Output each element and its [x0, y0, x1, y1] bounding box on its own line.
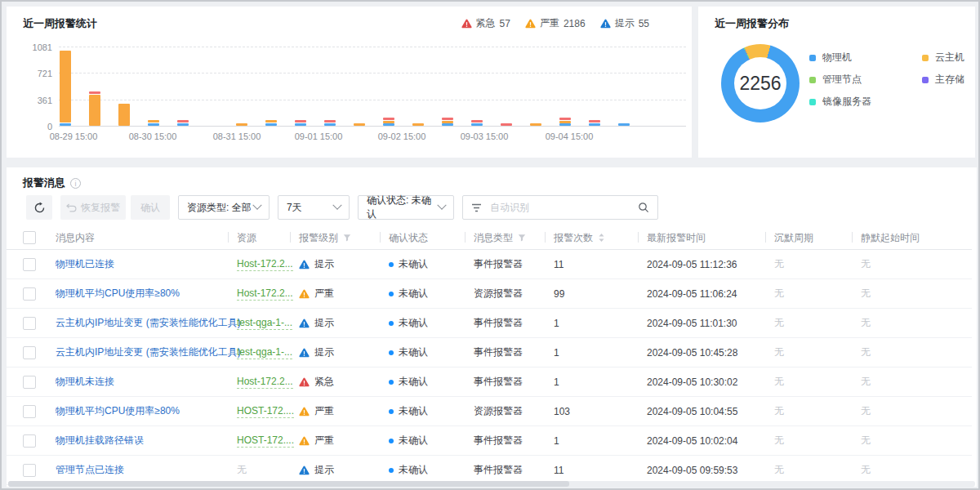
- row-checkbox[interactable]: [23, 346, 36, 359]
- table-body: 物理机已连接Host-172.2...提示未确认事件报警器112024-09-0…: [7, 250, 972, 485]
- status-dot: [389, 409, 394, 414]
- cell-resource: 无: [237, 463, 299, 477]
- select-all-checkbox[interactable]: [23, 231, 36, 244]
- legend-item-提示[interactable]: 提示55: [600, 16, 649, 30]
- message-link[interactable]: 云主机内IP地址变更 (需安装性能优化工具): [56, 345, 241, 359]
- table-row: 物理机挂载路径错误HOST-172....严重未确认事件报警器12024-09-…: [7, 426, 972, 456]
- horizontal-scrollbar-thumb[interactable]: [8, 481, 569, 487]
- bar-segment: [295, 123, 306, 126]
- cell-count: 1: [554, 435, 647, 447]
- bar-group: [60, 51, 71, 126]
- message-link[interactable]: 物理机挂载路径错误: [56, 434, 144, 448]
- restore-alarm-button[interactable]: 恢复报警: [60, 195, 126, 220]
- cell-silence: 无: [774, 434, 861, 448]
- silence_start-value: 无: [861, 434, 871, 448]
- message-link[interactable]: 物理机未连接: [56, 375, 114, 389]
- panel-title-alarm-statistics: 近一周报警统计: [23, 16, 97, 31]
- cell-level: 严重: [299, 404, 389, 418]
- panel-alarm-distribution: 近一周报警分布 2256 物理机管理节点镜像服务器云主机主存储: [698, 7, 975, 158]
- column-header-count[interactable]: 报警次数: [554, 231, 647, 245]
- legend-item-云主机[interactable]: 云主机: [922, 51, 964, 65]
- time-range-select[interactable]: 7天: [278, 195, 350, 220]
- count-value: 1: [554, 347, 559, 359]
- legend-count: 55: [639, 18, 649, 29]
- time-value: 2024-09-05 10:04:55: [647, 406, 737, 417]
- resource-link[interactable]: Host-172.2...: [237, 258, 293, 271]
- legend-item-紧急[interactable]: 紧急57: [461, 16, 510, 30]
- filter-funnel-icon[interactable]: [343, 234, 351, 242]
- resource-link[interactable]: Host-172.2...: [237, 376, 293, 389]
- legend-item-管理节点[interactable]: 管理节点: [809, 73, 871, 87]
- type-value: 事件报警器: [474, 257, 523, 271]
- search-input[interactable]: [488, 201, 631, 214]
- status-dot: [389, 439, 394, 443]
- row-checkbox[interactable]: [23, 376, 36, 389]
- warning-triangle-icon: [525, 19, 536, 29]
- row-checkbox[interactable]: [23, 258, 36, 271]
- resource-type-select[interactable]: 资源类型: 全部: [178, 195, 270, 220]
- resource-link[interactable]: test-qga-1-...: [237, 317, 292, 330]
- bar-group: [148, 120, 159, 126]
- filter-funnel-icon[interactable]: [518, 234, 526, 242]
- cell-count: 1: [554, 347, 647, 359]
- checkbox-cell: [23, 258, 56, 271]
- warning-triangle-icon: [299, 407, 310, 416]
- bar-group: [177, 120, 189, 126]
- message-link[interactable]: 物理机平均CPU使用率≥80%: [56, 287, 180, 301]
- confirm-button[interactable]: 确认: [131, 195, 170, 220]
- level-label: 提示: [314, 316, 334, 330]
- message-link[interactable]: 云主机内IP地址变更 (需安装性能优化工具): [56, 316, 241, 330]
- bar-segment: [354, 123, 365, 126]
- row-checkbox[interactable]: [23, 317, 36, 330]
- row-checkbox[interactable]: [23, 464, 36, 477]
- resource-link[interactable]: HOST-172....: [237, 434, 294, 448]
- cell-ack: 未确认: [389, 345, 474, 359]
- silence_start-value: 无: [861, 463, 871, 477]
- search-icon[interactable]: [638, 202, 649, 213]
- resource-link[interactable]: Host-172.2...: [237, 287, 293, 301]
- legend-item-物理机[interactable]: 物理机: [809, 51, 871, 65]
- row-checkbox[interactable]: [23, 434, 36, 448]
- legend-item-严重[interactable]: 严重2186: [525, 16, 586, 30]
- refresh-button[interactable]: [26, 195, 52, 220]
- column-header-level[interactable]: 报警级别: [299, 231, 389, 245]
- monitoring-dashboard: 近一周报警统计 紧急57严重2186提示55 0361721108108-29 …: [0, 0, 980, 490]
- cell-type: 资源报警器: [474, 404, 554, 418]
- y-axis-tick-label: 1081: [11, 42, 52, 52]
- message-link[interactable]: 管理节点已连接: [56, 463, 124, 477]
- info-icon[interactable]: i: [70, 178, 81, 189]
- resource-link[interactable]: test-qga-1-...: [237, 346, 292, 359]
- bar-segment: [324, 120, 336, 122]
- row-checkbox[interactable]: [23, 405, 36, 418]
- cell-silence: 无: [774, 287, 861, 301]
- cell-silence_start: 无: [861, 316, 980, 330]
- row-checkbox[interactable]: [23, 287, 36, 301]
- legend-item-主存储[interactable]: 主存储: [922, 73, 964, 87]
- horizontal-scrollbar[interactable]: [8, 481, 975, 487]
- cell-message: 物理机平均CPU使用率≥80%: [56, 404, 237, 418]
- resource-link[interactable]: HOST-172....: [237, 405, 294, 418]
- message-link[interactable]: 物理机平均CPU使用率≥80%: [56, 404, 180, 418]
- x-axis-tick-label: 09-01 15:00: [284, 131, 353, 141]
- resource-empty: 无: [237, 463, 247, 477]
- search-box[interactable]: [462, 195, 658, 220]
- sort-icon[interactable]: [598, 233, 605, 243]
- ack-label: 未确认: [399, 375, 428, 389]
- chevron-down-icon: [437, 201, 446, 210]
- cell-level: 提示: [299, 345, 389, 359]
- ack-status-select[interactable]: 确认状态: 未确认: [358, 195, 454, 220]
- x-axis-tick-label: 08-29 15:00: [39, 131, 108, 141]
- column-label: 消息内容: [56, 231, 95, 245]
- legend-item-镜像服务器[interactable]: 镜像服务器: [809, 95, 871, 109]
- message-link[interactable]: 物理机已连接: [56, 257, 114, 271]
- warning-triangle-icon: [299, 377, 310, 387]
- bar-group: [354, 123, 365, 126]
- checkbox-cell: [23, 287, 56, 301]
- column-header-type[interactable]: 消息类型: [474, 231, 554, 245]
- cell-time: 2024-09-05 10:04:55: [647, 406, 774, 417]
- status-dot: [389, 468, 394, 473]
- bar-segment: [89, 95, 100, 126]
- cell-resource: Host-172.2...: [237, 258, 299, 271]
- panel-alarm-messages: 报警消息 i 恢复报警 确认 资源类型: 全部 7天 确认状态: 未确认: [7, 167, 977, 487]
- silence_start-value: 无: [861, 287, 871, 301]
